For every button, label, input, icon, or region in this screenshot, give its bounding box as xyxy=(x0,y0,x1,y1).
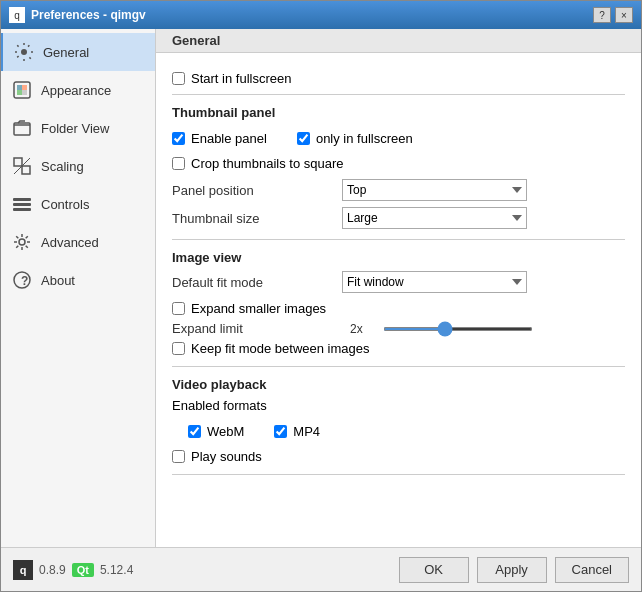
scaling-icon xyxy=(11,155,33,177)
sidebar-item-scaling[interactable]: Scaling xyxy=(1,147,155,185)
webm-row: WebM xyxy=(188,424,244,439)
qt-version: 5.12.4 xyxy=(100,563,133,577)
sidebar-label-appearance: Appearance xyxy=(41,83,111,98)
mp4-label: MP4 xyxy=(293,424,320,439)
help-button[interactable]: ? xyxy=(593,7,611,23)
controls-icon xyxy=(11,193,33,215)
webm-label: WebM xyxy=(207,424,244,439)
only-fullscreen-checkbox[interactable] xyxy=(297,132,310,145)
enable-panel-label: Enable panel xyxy=(191,131,267,146)
panel-position-label: Panel position xyxy=(172,183,342,198)
general-icon xyxy=(13,41,35,63)
dialog-buttons: OK Apply Cancel xyxy=(399,557,629,583)
main-content: General Appearance Folder View Scaling xyxy=(1,29,641,547)
svg-text:?: ? xyxy=(21,274,28,288)
general-header: General xyxy=(156,29,641,53)
keep-fit-label: Keep fit mode between images xyxy=(191,341,370,356)
enabled-formats-label-row: Enabled formats xyxy=(172,398,625,413)
svg-rect-7 xyxy=(14,158,22,166)
image-view-title: Image view xyxy=(172,250,625,265)
start-fullscreen-checkbox[interactable] xyxy=(172,72,185,85)
sidebar-label-general: General xyxy=(43,45,89,60)
svg-rect-2 xyxy=(17,85,22,90)
svg-point-0 xyxy=(21,49,27,55)
webm-checkbox[interactable] xyxy=(188,425,201,438)
right-panel: General Start in fullscreen Thumbnail pa… xyxy=(156,29,641,547)
svg-point-13 xyxy=(19,239,25,245)
cancel-button[interactable]: Cancel xyxy=(555,557,629,583)
advanced-icon xyxy=(11,231,33,253)
thumbnail-size-select[interactable]: Small Medium Large Extra Large xyxy=(342,207,527,229)
sidebar-item-general[interactable]: General xyxy=(1,33,155,71)
enable-panel-checkbox[interactable] xyxy=(172,132,185,145)
sidebar-item-advanced[interactable]: Advanced xyxy=(1,223,155,261)
expand-limit-label: Expand limit xyxy=(172,321,342,336)
close-button[interactable]: × xyxy=(615,7,633,23)
enable-panel-checkbox-row: Enable panel xyxy=(172,131,267,146)
keep-fit-row: Keep fit mode between images xyxy=(172,341,625,356)
version-number: 0.8.9 xyxy=(39,563,66,577)
video-playback-title: Video playback xyxy=(172,377,625,392)
svg-rect-3 xyxy=(22,85,27,90)
about-icon: ? xyxy=(11,269,33,291)
expand-smaller-row: Expand smaller images xyxy=(172,301,625,316)
start-fullscreen-label: Start in fullscreen xyxy=(191,71,291,86)
preferences-window: q Preferences - qimgv ? × General Appear… xyxy=(0,0,642,592)
default-fit-row: Default fit mode Fit window Fit width Fi… xyxy=(172,271,625,293)
svg-rect-12 xyxy=(13,208,31,211)
window-title: Preferences - qimgv xyxy=(31,8,146,22)
app-icon: q xyxy=(9,7,25,23)
apply-button[interactable]: Apply xyxy=(477,557,547,583)
version-info: q 0.8.9 Qt 5.12.4 xyxy=(13,560,133,580)
sidebar-item-about[interactable]: ? About xyxy=(1,261,155,299)
sidebar-item-controls[interactable]: Controls xyxy=(1,185,155,223)
bottom-bar: q 0.8.9 Qt 5.12.4 OK Apply Cancel xyxy=(1,547,641,591)
ok-button[interactable]: OK xyxy=(399,557,469,583)
thumbnail-panel-title: Thumbnail panel xyxy=(172,105,625,120)
mp4-checkbox[interactable] xyxy=(274,425,287,438)
svg-rect-4 xyxy=(17,90,22,95)
sidebar-label-advanced: Advanced xyxy=(41,235,99,250)
svg-rect-5 xyxy=(22,90,27,95)
qt-badge: Qt xyxy=(72,563,94,577)
only-fullscreen-label: only in fullscreen xyxy=(316,131,413,146)
sidebar-label-folder-view: Folder View xyxy=(41,121,109,136)
settings-area: Start in fullscreen Thumbnail panel Enab… xyxy=(156,53,641,547)
play-sounds-row: Play sounds xyxy=(172,449,625,464)
crop-thumbnails-label: Crop thumbnails to square xyxy=(191,156,343,171)
appearance-icon xyxy=(11,79,33,101)
thumbnail-size-label: Thumbnail size xyxy=(172,211,342,226)
app-small-icon: q xyxy=(13,560,33,580)
folder-view-icon xyxy=(11,117,33,139)
default-fit-select[interactable]: Fit window Fit width Fit height 1:1 xyxy=(342,271,527,293)
title-bar-buttons: ? × xyxy=(593,7,633,23)
crop-thumbnails-row: Crop thumbnails to square xyxy=(172,156,625,171)
title-bar: q Preferences - qimgv ? × xyxy=(1,1,641,29)
default-fit-label: Default fit mode xyxy=(172,275,342,290)
sidebar-item-appearance[interactable]: Appearance xyxy=(1,71,155,109)
title-bar-left: q Preferences - qimgv xyxy=(9,7,146,23)
enabled-formats-label: Enabled formats xyxy=(172,398,267,413)
play-sounds-label: Play sounds xyxy=(191,449,262,464)
panel-position-row: Panel position Top Bottom Left Right xyxy=(172,179,625,201)
sidebar-label-controls: Controls xyxy=(41,197,89,212)
enable-panel-row: Enable panel only in fullscreen xyxy=(172,126,625,151)
sidebar: General Appearance Folder View Scaling xyxy=(1,29,156,547)
svg-rect-10 xyxy=(13,198,31,201)
only-fullscreen-checkbox-row: only in fullscreen xyxy=(297,131,413,146)
expand-limit-value: 2x xyxy=(350,322,375,336)
panel-position-select[interactable]: Top Bottom Left Right xyxy=(342,179,527,201)
start-fullscreen-row: Start in fullscreen xyxy=(172,71,625,86)
play-sounds-checkbox[interactable] xyxy=(172,450,185,463)
svg-rect-11 xyxy=(13,203,31,206)
mp4-row: MP4 xyxy=(274,424,320,439)
expand-smaller-checkbox[interactable] xyxy=(172,302,185,315)
thumbnail-size-row: Thumbnail size Small Medium Large Extra … xyxy=(172,207,625,229)
expand-smaller-label: Expand smaller images xyxy=(191,301,326,316)
keep-fit-checkbox[interactable] xyxy=(172,342,185,355)
sidebar-item-folder-view[interactable]: Folder View xyxy=(1,109,155,147)
crop-thumbnails-checkbox[interactable] xyxy=(172,157,185,170)
expand-limit-slider[interactable] xyxy=(383,327,533,331)
sidebar-label-about: About xyxy=(41,273,75,288)
sidebar-label-scaling: Scaling xyxy=(41,159,84,174)
